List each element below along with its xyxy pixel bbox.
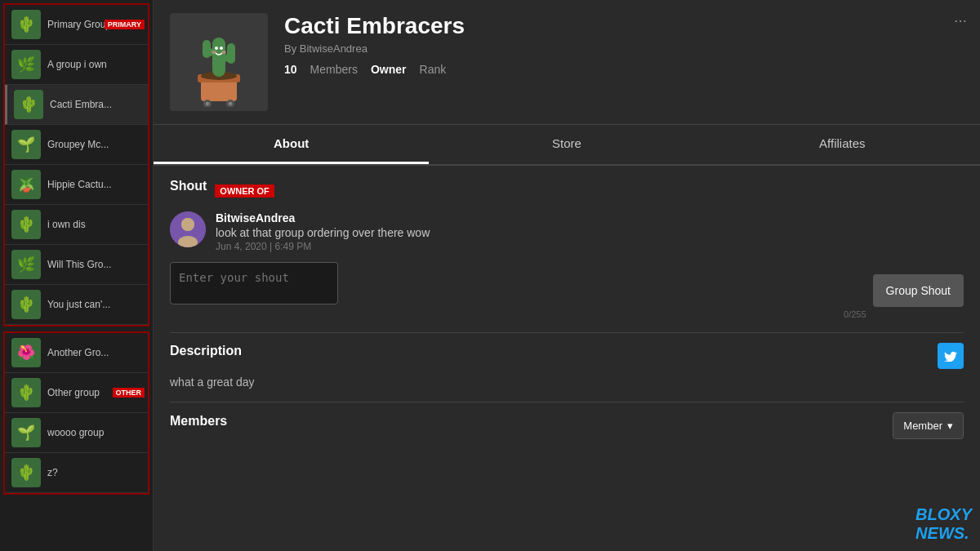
- shout-block: BitwiseAndrea look at that group orderin…: [170, 211, 964, 252]
- group-icon-9: 🌵: [11, 378, 41, 407]
- sidebar-item-group-i-own[interactable]: 🌿 A group i own: [5, 45, 148, 85]
- sidebar-item-woooo-group[interactable]: 🌱 woooo group: [5, 413, 148, 453]
- sidebar: 🌵 Primary Group PRIMARY 🌿 A group i own …: [0, 0, 154, 551]
- group-shout-button[interactable]: Group Shout: [873, 274, 964, 307]
- watermark-text1: BLOXY: [915, 505, 972, 523]
- shout-message: look at that group ordering over there w…: [216, 226, 430, 239]
- group-logo: [170, 13, 268, 111]
- watermark: BLOXY NEWS.: [915, 505, 972, 543]
- shout-section: Shout OWNER OF BitwiseAndrea look at tha…: [170, 179, 964, 319]
- tab-about[interactable]: About: [154, 125, 429, 164]
- sidebar-item-label-11: z?: [47, 467, 58, 478]
- members-section-title: Members: [170, 414, 227, 429]
- tab-affiliates[interactable]: Affiliates: [705, 125, 980, 164]
- primary-annotation: PRIMARY: [105, 20, 145, 29]
- sidebar-item-z[interactable]: 🌵 z?: [5, 453, 148, 493]
- sidebar-item-label-primary: Primary Group: [47, 19, 111, 30]
- svg-point-19: [181, 218, 194, 231]
- description-header: Description: [170, 343, 964, 369]
- group-icon-11: 🌵: [11, 458, 41, 487]
- description-section: Description what a great day: [170, 332, 964, 389]
- group-stats: 10 Members Owner Rank: [284, 63, 964, 76]
- shout-counter: 0/255: [170, 309, 866, 319]
- tabs-bar: About Store Affiliates: [154, 125, 980, 166]
- sidebar-item-label-2: Cacti Embra...: [50, 99, 112, 110]
- svg-rect-3: [212, 38, 225, 77]
- more-options-button[interactable]: ⋯: [954, 13, 967, 29]
- group-icon-5: 🌵: [11, 210, 41, 239]
- shout-input-wrapper: 0/255 Group Shout: [170, 262, 964, 319]
- shout-avatar: [170, 211, 206, 247]
- sidebar-item-label-3: Groupey Mc...: [47, 139, 109, 150]
- twitter-icon: [944, 350, 957, 362]
- shout-section-title: Shout: [170, 179, 207, 193]
- shout-date: Jun 4, 2020 | 6:49 PM: [216, 241, 430, 252]
- svg-rect-5: [203, 40, 211, 58]
- group-icon-7: 🌵: [11, 290, 41, 319]
- members-section: Members Member ▾: [170, 402, 964, 439]
- svg-point-9: [220, 47, 223, 50]
- watermark-text2: NEWS.: [915, 524, 969, 542]
- group-icon-1: 🌿: [11, 50, 41, 79]
- avatar-svg: [170, 211, 206, 247]
- other-groups-section: 🌺 Another Gro... 🌵 Other group OTHER 🌱 w…: [3, 331, 149, 495]
- sidebar-item-label-9: Other group: [47, 387, 100, 398]
- sidebar-item-groupey-mc[interactable]: 🌱 Groupey Mc...: [5, 125, 148, 165]
- svg-point-15: [229, 102, 232, 105]
- chevron-down-icon: ▾: [947, 420, 953, 432]
- description-text: what a great day: [170, 375, 964, 389]
- group-icon-4: 🪴: [11, 170, 41, 199]
- rank-label: Rank: [420, 63, 447, 76]
- tab-store[interactable]: Store: [429, 125, 704, 164]
- sidebar-item-label-4: Hippie Cactu...: [47, 179, 112, 190]
- sidebar-item-label-1: A group i own: [47, 59, 107, 70]
- member-dropdown[interactable]: Member ▾: [893, 412, 964, 439]
- group-icon-6: 🌿: [11, 250, 41, 279]
- twitter-button[interactable]: [938, 343, 964, 369]
- shout-input-row: 0/255 Group Shout: [170, 262, 964, 319]
- about-tab-content: Shout OWNER OF BitwiseAndrea look at tha…: [154, 166, 980, 452]
- sidebar-item-hippie-cactu[interactable]: 🪴 Hippie Cactu...: [5, 165, 148, 205]
- main-content: Cacti Embracers By BitwiseAndrea 10 Memb…: [154, 0, 980, 551]
- group-icon-10: 🌱: [11, 418, 41, 447]
- group-icon-2: 🌵: [14, 90, 43, 119]
- svg-rect-7: [227, 43, 235, 64]
- member-dropdown-label: Member: [903, 420, 942, 432]
- sidebar-item-label-7: You just can'...: [47, 299, 110, 310]
- group-by: By BitwiseAndrea: [284, 42, 964, 55]
- group-info: Cacti Embracers By BitwiseAndrea 10 Memb…: [284, 13, 964, 76]
- group-logo-svg: [178, 17, 260, 107]
- group-header: Cacti Embracers By BitwiseAndrea 10 Memb…: [154, 0, 980, 125]
- svg-point-8: [215, 47, 218, 50]
- sidebar-item-other-group[interactable]: 🌵 Other group OTHER: [5, 373, 148, 413]
- members-count: 10: [284, 63, 297, 76]
- rank-badge: Owner: [371, 63, 407, 76]
- sidebar-item-will-this-gro[interactable]: 🌿 Will This Gro...: [5, 245, 148, 285]
- svg-point-10: [212, 51, 216, 54]
- sidebar-item-another-gro[interactable]: 🌺 Another Gro...: [5, 333, 148, 373]
- shout-input-container: 0/255: [170, 262, 866, 319]
- owner-of-annotation: OWNER OF: [215, 184, 274, 198]
- svg-point-14: [206, 102, 209, 105]
- members-label: Members: [310, 63, 358, 76]
- sidebar-item-label-5: i own dis: [47, 219, 86, 230]
- group-icon-3: 🌱: [11, 130, 41, 159]
- shout-info: BitwiseAndrea look at that group orderin…: [216, 211, 430, 252]
- shout-input[interactable]: [170, 262, 338, 304]
- shout-username: BitwiseAndrea: [216, 211, 430, 224]
- group-icon-8: 🌺: [11, 338, 41, 367]
- sidebar-item-primary-group[interactable]: 🌵 Primary Group PRIMARY: [5, 5, 148, 45]
- sidebar-item-i-own-dis[interactable]: 🌵 i own dis: [5, 205, 148, 245]
- other-annotation: OTHER: [113, 388, 145, 398]
- sidebar-item-cacti-embra[interactable]: 🌵 Cacti Embra...: [5, 85, 148, 125]
- group-title: Cacti Embracers: [284, 13, 964, 39]
- sidebar-item-label-8: Another Gro...: [47, 347, 109, 358]
- sidebar-item-label-6: Will This Gro...: [47, 259, 111, 270]
- svg-point-11: [221, 51, 226, 54]
- sidebar-item-label-10: woooo group: [47, 427, 104, 438]
- group-icon-primary: 🌵: [11, 10, 41, 39]
- owned-groups-section: 🌵 Primary Group PRIMARY 🌿 A group i own …: [3, 3, 149, 327]
- sidebar-item-you-just-can[interactable]: 🌵 You just can'...: [5, 285, 148, 325]
- description-title: Description: [170, 344, 242, 358]
